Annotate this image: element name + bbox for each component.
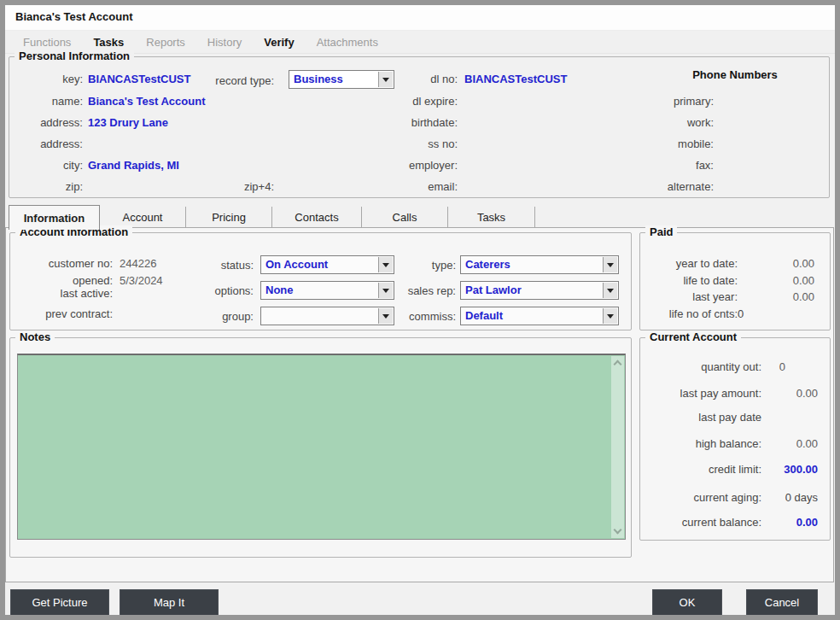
account-information-section: Account Information customer no: 244226 … xyxy=(9,232,632,330)
last-pay-amount-value: 0.00 xyxy=(767,386,818,401)
notes-section: Notes xyxy=(9,337,632,558)
map-it-button[interactable]: Map It xyxy=(120,589,219,620)
customer-no-label: customer no: xyxy=(14,256,113,272)
dl-expire-label: dl expire: xyxy=(368,94,458,109)
tab-contacts[interactable]: Contacts xyxy=(272,207,362,227)
life-to-date-value: 0.00 xyxy=(743,273,814,289)
year-to-date-value: 0.00 xyxy=(743,256,814,272)
type-value: Caterers xyxy=(465,258,510,271)
city-label: city: xyxy=(13,158,83,173)
type-select[interactable]: Caterers xyxy=(460,255,619,274)
birthdate-label: birthdate: xyxy=(368,115,458,131)
title-bar: Bianca's Test Account xyxy=(5,5,835,31)
phone-alternate-label: alternate: xyxy=(607,179,714,195)
menu-verify[interactable]: Verify xyxy=(253,36,305,49)
paid-title: Paid xyxy=(645,225,677,238)
name-value[interactable]: Bianca's Test Account xyxy=(88,94,205,109)
phone-numbers-title: Phone Numbers xyxy=(667,67,803,83)
commiss-value: Default xyxy=(465,309,503,322)
group-select[interactable] xyxy=(260,307,394,325)
paid-section: Paid year to date: 0.00 life to date: 0.… xyxy=(639,232,831,330)
notes-textarea[interactable] xyxy=(17,354,626,540)
last-year-value: 0.00 xyxy=(743,290,814,305)
email-label: email: xyxy=(368,179,458,195)
menu-functions[interactable]: Functions xyxy=(12,36,82,49)
last-active-label: last active: xyxy=(14,286,113,301)
prev-contract-label: prev contract: xyxy=(14,307,113,322)
sales-rep-select[interactable]: Pat Lawlor xyxy=(460,281,619,300)
ok-button[interactable]: OK xyxy=(652,589,722,620)
record-type-value: Business xyxy=(294,73,343,85)
commiss-select[interactable]: Default xyxy=(460,307,619,325)
current-account-section: Current Account quantity out: 0 last pay… xyxy=(639,337,831,541)
window-title: Bianca's Test Account xyxy=(15,10,132,23)
last-pay-date-label: last pay date xyxy=(649,410,761,425)
app-window: Bianca's Test Account Functions Tasks Re… xyxy=(0,0,840,620)
zip4-label: zip+4: xyxy=(206,179,274,195)
status-label: status: xyxy=(181,258,254,273)
life-no-of-cnts-label: life no of cnts: xyxy=(649,307,738,322)
dl-no-label: dl no: xyxy=(368,72,458,87)
chevron-down-icon[interactable] xyxy=(603,308,617,324)
life-to-date-label: life to date: xyxy=(649,273,738,289)
personal-information-section: Personal Information key: BIANCASTestCUS… xyxy=(9,56,830,198)
last-pay-amount-label: last pay amount: xyxy=(649,386,761,401)
current-balance-value: 0.00 xyxy=(767,515,818,530)
menu-reports[interactable]: Reports xyxy=(135,36,196,49)
current-balance-label: current balance: xyxy=(649,515,761,530)
options-select[interactable]: None xyxy=(260,281,394,300)
address1-value[interactable]: 123 Drury Lane xyxy=(88,115,168,131)
quantity-out-value: 0 xyxy=(767,360,785,375)
phone-fax-label: fax: xyxy=(607,158,714,173)
personal-information-title: Personal Information xyxy=(15,50,134,62)
address2-label: address: xyxy=(13,137,83,152)
high-balance-label: high balance: xyxy=(649,436,761,452)
sales-rep-label: sales rep: xyxy=(384,284,456,299)
chevron-down-icon[interactable] xyxy=(603,283,617,298)
status-select[interactable]: On Account xyxy=(260,255,394,274)
address1-label: address: xyxy=(13,115,83,131)
options-label: options: xyxy=(181,284,254,299)
tab-tasks[interactable]: Tasks xyxy=(448,207,535,227)
key-value[interactable]: BIANCASTestCUST xyxy=(88,72,190,87)
tab-information[interactable]: Information xyxy=(9,205,100,230)
phone-mobile-label: mobile: xyxy=(607,137,714,152)
tab-account[interactable]: Account xyxy=(100,207,186,227)
type-label: type: xyxy=(384,258,456,273)
opened-value: 5/3/2024 xyxy=(120,273,163,289)
name-label: name: xyxy=(13,94,83,109)
menu-history[interactable]: History xyxy=(196,36,253,49)
current-aging-value: 0 days xyxy=(767,490,818,506)
information-tab-panel: Account Information customer no: 244226 … xyxy=(5,227,834,582)
tab-bar: Information Account Pricing Contacts Cal… xyxy=(9,205,535,227)
menu-attachments[interactable]: Attachments xyxy=(306,36,389,49)
tab-calls[interactable]: Calls xyxy=(362,207,448,227)
notes-title: Notes xyxy=(15,330,55,343)
last-year-label: last year: xyxy=(649,290,738,305)
menu-tasks[interactable]: Tasks xyxy=(82,36,135,49)
life-no-of-cnts-value: 0 xyxy=(738,307,751,322)
cancel-button[interactable]: Cancel xyxy=(746,589,818,620)
commiss-label: commiss: xyxy=(384,309,456,325)
customer-no-value: 244226 xyxy=(120,256,156,272)
high-balance-value: 0.00 xyxy=(767,436,818,452)
notes-scrollbar[interactable] xyxy=(611,356,624,538)
scroll-up-icon[interactable] xyxy=(614,360,622,369)
notes-text xyxy=(21,357,608,537)
phone-primary-label: primary: xyxy=(607,94,714,109)
credit-limit-value[interactable]: 300.00 xyxy=(767,462,818,477)
chevron-down-icon[interactable] xyxy=(603,257,617,272)
phone-work-label: work: xyxy=(607,115,714,131)
dl-no-value[interactable]: BIANCASTestCUST xyxy=(464,72,567,87)
get-picture-button[interactable]: Get Picture xyxy=(10,589,109,620)
record-type-label: record type: xyxy=(206,73,274,89)
options-value: None xyxy=(265,284,294,296)
employer-label: employer: xyxy=(368,158,458,173)
city-value[interactable]: Grand Rapids, MI xyxy=(88,158,179,173)
group-label: group: xyxy=(181,309,254,325)
scroll-down-icon[interactable] xyxy=(614,526,622,535)
sales-rep-value: Pat Lawlor xyxy=(465,284,522,296)
tab-pricing[interactable]: Pricing xyxy=(186,207,272,227)
last-pay-date-value xyxy=(767,410,818,425)
key-label: key: xyxy=(13,72,83,87)
